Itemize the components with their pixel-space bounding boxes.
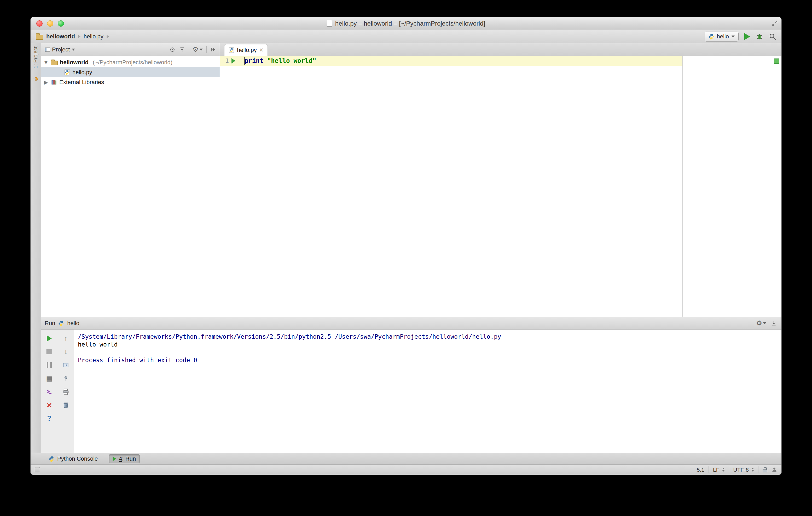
console-line: hello world (78, 340, 776, 348)
run-config-selector[interactable]: hello (705, 32, 738, 41)
main-column: Project (41, 43, 781, 453)
close-icon (47, 401, 52, 409)
python-file-icon (229, 47, 234, 53)
run-panel-body: ↑ ↓ (41, 330, 781, 453)
project-tree: ▼ helloworld (~/PycharmProjects/hellowor… (41, 56, 220, 317)
document-icon (327, 20, 332, 27)
debug-button[interactable] (756, 33, 763, 40)
favorites-icon[interactable] (33, 76, 39, 82)
run-button[interactable] (744, 33, 750, 40)
console-icon (46, 375, 53, 382)
chevron-down-icon (731, 35, 735, 38)
python-file-icon (64, 69, 70, 75)
hide-panel-button[interactable] (771, 321, 777, 326)
run-line-icon[interactable] (231, 58, 235, 63)
python-console-button[interactable]: Python Console (45, 454, 102, 463)
toolbar-divider (188, 46, 189, 53)
status-bar: 5:1 LF UTF-8 (31, 464, 781, 475)
folder-icon (51, 61, 58, 65)
code-editor[interactable]: 1 print "hello world" (220, 56, 781, 317)
file-name: hello.py (72, 69, 92, 76)
run-panel-header: Run hello (41, 317, 781, 330)
status-divider (758, 466, 758, 473)
resize-grip-icon[interactable] (772, 20, 778, 26)
status-divider (708, 466, 709, 473)
zoom-window-button[interactable] (58, 20, 64, 27)
python-console-label: Python Console (57, 455, 98, 462)
project-panel-toolbar (169, 46, 216, 53)
run-tab-suffix: : Run (122, 455, 136, 462)
line-ending-selector[interactable]: LF (713, 467, 725, 473)
next-trace-button[interactable]: ↓ (57, 345, 74, 358)
play-icon (47, 335, 52, 341)
hide-panel-button[interactable] (210, 47, 216, 53)
prev-trace-button[interactable]: ↑ (57, 332, 74, 345)
locate-button[interactable] (169, 47, 176, 53)
tab-hello-py[interactable]: hello.py (224, 44, 268, 56)
toolbar-right: hello (705, 32, 776, 41)
project-panel-header: Project (41, 43, 220, 56)
console-output[interactable]: /System/Library/Frameworks/Python.framew… (74, 330, 781, 453)
pin-tab-button[interactable] (57, 372, 74, 385)
rerun-button[interactable] (41, 332, 57, 345)
project-view-selector[interactable]: Project (52, 46, 70, 53)
toolwindow-toggle-button[interactable] (35, 467, 40, 473)
collapse-all-button[interactable] (179, 47, 185, 53)
breadcrumb-project[interactable]: helloworld (46, 33, 75, 40)
encoding-selector[interactable]: UTF-8 (733, 467, 754, 473)
line-ending-value: LF (713, 467, 720, 473)
search-button[interactable] (769, 33, 776, 40)
tree-item-external-libraries[interactable]: ▶ External Libraries (41, 77, 220, 87)
run-toolbar-column-1 (41, 332, 57, 453)
pause-output-button[interactable] (41, 358, 57, 372)
clear-console-button[interactable] (57, 398, 74, 412)
inspection-indicator[interactable] (774, 59, 779, 64)
console-line: /System/Library/Frameworks/Python.framew… (78, 333, 776, 340)
chevron-right-icon (78, 35, 81, 38)
expand-arrow-icon[interactable]: ▼ (43, 60, 49, 65)
toolbar-divider (206, 46, 207, 53)
lock-icon[interactable] (763, 469, 767, 473)
run-tool-window: Run hello (41, 317, 781, 453)
show-console-button[interactable] (41, 372, 57, 385)
title-bar: hello.py – helloworld – [~/PycharmProjec… (31, 17, 781, 30)
stop-button[interactable] (41, 345, 57, 358)
tree-item-file[interactable]: hello.py (41, 67, 220, 77)
help-icon (47, 415, 52, 422)
run-panel-title: Run (45, 320, 55, 327)
caret-position[interactable]: 5:1 (697, 467, 704, 473)
close-run-button[interactable] (41, 398, 57, 412)
chevron-down-icon (763, 322, 766, 324)
tool-window-bar: Python Console 4: Run (31, 453, 781, 464)
minimize-window-button[interactable] (47, 20, 53, 27)
help-button[interactable] (41, 412, 57, 425)
console-line: Process finished with exit code 0 (78, 356, 776, 364)
run-tab-label: 4: Run (119, 455, 136, 462)
run-icon (113, 456, 116, 461)
project-tool-button[interactable]: 1: Project (33, 47, 39, 68)
python-logo-icon (58, 321, 64, 326)
run-tab-button[interactable]: 4: Run (109, 454, 140, 463)
pause-icon (47, 362, 52, 368)
inspector-button[interactable] (772, 467, 777, 473)
expand-arrow-icon[interactable]: ▶ (43, 79, 49, 85)
restore-layout-button[interactable] (57, 358, 74, 372)
breadcrumb-file[interactable]: hello.py (84, 33, 104, 40)
navigation-bar: helloworld hello.py hello (31, 30, 781, 43)
up-arrow-icon: ↑ (64, 335, 68, 342)
libraries-icon (51, 79, 57, 85)
chevron-right-icon (107, 35, 109, 38)
line-number: 1 (220, 56, 229, 66)
tool-window-strip: 1: Project (31, 43, 41, 453)
close-window-button[interactable] (36, 20, 42, 27)
command-line-button[interactable] (41, 385, 57, 398)
tree-item-project[interactable]: ▼ helloworld (~/PycharmProjects/hellowor… (41, 57, 220, 67)
close-tab-icon[interactable] (259, 47, 263, 54)
gear-icon (756, 320, 762, 327)
gear-button[interactable] (193, 46, 203, 53)
print-button[interactable] (57, 385, 74, 398)
run-panel-toolbar (756, 320, 777, 327)
tool-window-icon (45, 48, 50, 52)
chevron-down-icon (72, 49, 75, 51)
gear-button[interactable] (756, 320, 766, 327)
